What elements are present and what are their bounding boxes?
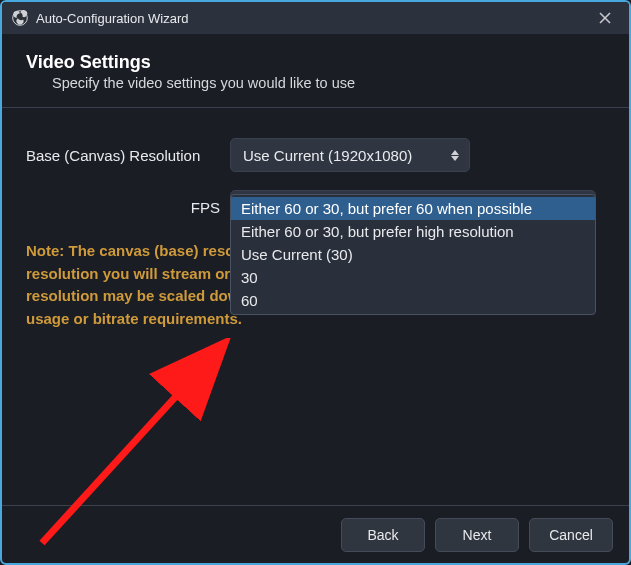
spinner-icon <box>447 150 463 161</box>
content-area: Base (Canvas) Resolution Use Current (19… <box>2 108 629 224</box>
cancel-button[interactable]: Cancel <box>529 518 613 552</box>
dropdown-option[interactable]: Either 60 or 30, but prefer high resolut… <box>231 220 595 243</box>
dropdown-option[interactable]: 60 <box>231 289 595 312</box>
obs-logo-icon <box>12 10 28 26</box>
resolution-value: Use Current (1920x1080) <box>243 147 412 164</box>
dropdown-option[interactable]: Either 60 or 30, but prefer 60 when poss… <box>231 197 595 220</box>
close-button[interactable] <box>591 4 619 32</box>
dropdown-option[interactable]: Use Current (30) <box>231 243 595 266</box>
resolution-label: Base (Canvas) Resolution <box>26 147 230 164</box>
page-subtitle: Specify the video settings you would lik… <box>52 75 605 91</box>
window-title: Auto-Configuration Wizard <box>36 11 188 26</box>
fps-label: FPS <box>26 199 230 216</box>
wizard-footer: Back Next Cancel <box>2 505 629 563</box>
resolution-row: Base (Canvas) Resolution Use Current (19… <box>26 138 605 172</box>
titlebar: Auto-Configuration Wizard <box>2 2 629 34</box>
fps-dropdown[interactable]: Either 60 or 30, but prefer 60 when poss… <box>230 194 596 315</box>
next-button[interactable]: Next <box>435 518 519 552</box>
page-title: Video Settings <box>26 52 605 73</box>
dropdown-option[interactable]: 30 <box>231 266 595 289</box>
back-button[interactable]: Back <box>341 518 425 552</box>
wizard-header: Video Settings Specify the video setting… <box>2 34 629 108</box>
resolution-select[interactable]: Use Current (1920x1080) <box>230 138 470 172</box>
close-icon <box>598 11 612 25</box>
